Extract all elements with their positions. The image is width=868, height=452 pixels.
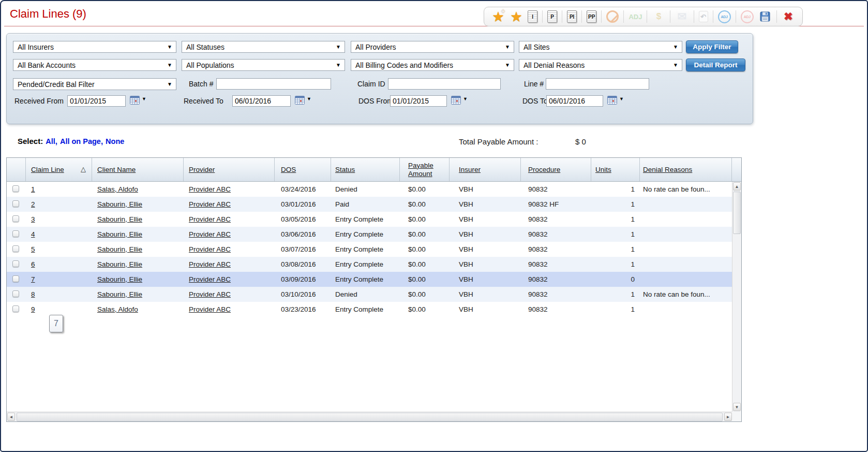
- dos-to-input[interactable]: [546, 95, 603, 107]
- claim-line-link[interactable]: 8: [31, 290, 35, 298]
- client-name-link[interactable]: Sabourin, Ellie: [97, 260, 142, 268]
- adj-blue-icon[interactable]: ADJ: [718, 10, 731, 23]
- claim-line-link[interactable]: 5: [31, 245, 35, 253]
- vertical-scroll-thumb[interactable]: [733, 192, 741, 234]
- table-row[interactable]: 2 Sabourin, Ellie Provider ABC 03/01/201…: [7, 197, 732, 212]
- select-none-link[interactable]: None: [106, 137, 124, 145]
- header-client-name[interactable]: Client Name: [92, 158, 184, 181]
- claim-line-link[interactable]: 2: [31, 200, 35, 208]
- provider-link[interactable]: Provider ABC: [189, 290, 231, 298]
- batch-input[interactable]: [216, 78, 331, 90]
- client-name-link[interactable]: Sabourin, Ellie: [97, 245, 142, 253]
- table-row[interactable]: 4 Sabourin, Ellie Provider ABC 03/06/201…: [7, 227, 732, 242]
- calendar-icon[interactable]: [451, 96, 461, 105]
- table-row[interactable]: 6 Sabourin, Ellie Provider ABC 03/08/201…: [7, 257, 732, 272]
- revert-icon[interactable]: ↶: [699, 11, 708, 22]
- apply-filter-button[interactable]: Apply Filter: [686, 40, 738, 53]
- table-row[interactable]: 7 Sabourin, Ellie Provider ABC 03/09/201…: [7, 272, 732, 287]
- row-checkbox[interactable]: [12, 215, 19, 222]
- void-icon[interactable]: [606, 10, 619, 23]
- row-checkbox[interactable]: [12, 275, 19, 282]
- doc-pp-icon[interactable]: PP: [587, 10, 596, 23]
- envelope-icon[interactable]: ✉: [676, 10, 689, 23]
- client-name-link[interactable]: Sabourin, Ellie: [97, 290, 142, 298]
- client-name-link[interactable]: Sabourin, Ellie: [97, 215, 142, 223]
- table-row[interactable]: 9 Salas, Aldofo Provider ABC 03/23/2016 …: [7, 302, 732, 317]
- row-checkbox[interactable]: [12, 230, 19, 237]
- header-units[interactable]: Units: [591, 158, 640, 181]
- adj-red-icon[interactable]: ADJ: [741, 10, 754, 23]
- scroll-right-icon[interactable]: ►: [724, 413, 732, 421]
- population-filter-select[interactable]: All Populations▼: [182, 59, 345, 71]
- add-favorite-icon[interactable]: ★+: [491, 10, 505, 23]
- horizontal-scroll-thumb[interactable]: [17, 413, 723, 421]
- provider-link[interactable]: Provider ABC: [189, 305, 231, 313]
- billing-code-filter-select[interactable]: All Billing Codes and Modifiers▼: [351, 59, 514, 71]
- header-procedure[interactable]: Procedure: [521, 158, 591, 181]
- header-provider[interactable]: Provider: [184, 158, 275, 181]
- table-row[interactable]: 3 Sabourin, Ellie Provider ABC 03/05/201…: [7, 212, 732, 227]
- doc-p-icon[interactable]: P: [547, 10, 557, 23]
- row-checkbox[interactable]: [12, 200, 19, 207]
- row-checkbox[interactable]: [12, 290, 19, 297]
- calendar-dropdown-icon[interactable]: ▼: [619, 96, 624, 101]
- client-name-link[interactable]: Salas, Aldofo: [97, 185, 138, 193]
- client-name-link[interactable]: Sabourin, Ellie: [97, 230, 142, 238]
- provider-link[interactable]: Provider ABC: [189, 200, 231, 208]
- calendar-dropdown-icon[interactable]: ▼: [142, 96, 146, 101]
- denial-reason-filter-select[interactable]: All Denial Reasons▼: [519, 59, 682, 71]
- table-row[interactable]: 1 Salas, Aldofo Provider ABC 03/24/2016 …: [7, 182, 732, 197]
- provider-link[interactable]: Provider ABC: [189, 215, 231, 223]
- pended-filter-select[interactable]: Pended/Credit Bal Filter▼: [13, 78, 176, 90]
- bank-account-filter-select[interactable]: All Bank Accounts▼: [13, 59, 176, 71]
- adjustment-icon[interactable]: ADJ: [628, 10, 642, 23]
- provider-link[interactable]: Provider ABC: [189, 185, 231, 193]
- claim-line-link[interactable]: 6: [31, 260, 35, 268]
- dos-from-input[interactable]: [390, 95, 447, 107]
- provider-link[interactable]: Provider ABC: [189, 275, 231, 283]
- row-checkbox[interactable]: [12, 245, 19, 252]
- provider-link[interactable]: Provider ABC: [189, 230, 231, 238]
- calendar-icon[interactable]: [607, 96, 618, 105]
- scroll-left-icon[interactable]: ◄: [7, 413, 15, 421]
- calendar-icon[interactable]: [130, 96, 140, 105]
- header-insurer[interactable]: Insurer: [450, 158, 521, 181]
- detail-report-button[interactable]: Detail Report: [686, 59, 745, 71]
- row-checkbox[interactable]: [12, 305, 19, 312]
- calendar-dropdown-icon[interactable]: ▼: [307, 96, 311, 101]
- client-name-link[interactable]: Salas, Aldofo: [97, 305, 138, 313]
- claim-line-link[interactable]: 4: [31, 230, 35, 238]
- header-payable-amount[interactable]: Payable Amount: [400, 158, 450, 181]
- client-name-link[interactable]: Sabourin, Ellie: [97, 200, 142, 208]
- calendar-dropdown-icon[interactable]: ▼: [463, 96, 468, 101]
- row-checkbox[interactable]: [12, 185, 19, 192]
- doc-i-icon[interactable]: I: [528, 10, 537, 23]
- claim-line-link[interactable]: 7: [31, 275, 35, 283]
- claim-line-link[interactable]: 9: [31, 305, 35, 313]
- header-denial-reasons[interactable]: Denial Reasons: [640, 158, 732, 181]
- calendar-icon[interactable]: [295, 96, 305, 105]
- favorite-icon[interactable]: ★: [510, 10, 523, 23]
- header-status[interactable]: Status: [331, 158, 400, 181]
- table-row[interactable]: 8 Sabourin, Ellie Provider ABC 03/10/201…: [7, 287, 732, 302]
- claim-line-link[interactable]: 3: [31, 215, 35, 223]
- row-checkbox[interactable]: [12, 260, 19, 267]
- header-claim-line[interactable]: Claim Line△: [26, 158, 92, 181]
- select-all-link[interactable]: All: [46, 137, 55, 145]
- client-name-link[interactable]: Sabourin, Ellie: [97, 275, 142, 283]
- received-from-input[interactable]: [67, 95, 126, 107]
- insurer-filter-select[interactable]: All Insurers▼: [13, 41, 176, 53]
- line-number-input[interactable]: [546, 78, 649, 90]
- save-icon[interactable]: [758, 10, 772, 23]
- claim-line-link[interactable]: 1: [31, 185, 35, 193]
- scroll-down-icon[interactable]: ▼: [733, 403, 741, 411]
- provider-filter-select[interactable]: All Providers▼: [351, 41, 514, 53]
- close-icon[interactable]: ✖: [782, 10, 795, 23]
- select-all-on-page-link[interactable]: All on Page: [60, 137, 101, 145]
- table-row[interactable]: 5 Sabourin, Ellie Provider ABC 03/07/201…: [7, 242, 732, 257]
- status-filter-select[interactable]: All Statuses▼: [182, 41, 345, 53]
- claim-id-input[interactable]: [388, 78, 501, 90]
- provider-link[interactable]: Provider ABC: [189, 245, 231, 253]
- doc-pi-icon[interactable]: PI: [567, 10, 577, 23]
- provider-link[interactable]: Provider ABC: [189, 260, 231, 268]
